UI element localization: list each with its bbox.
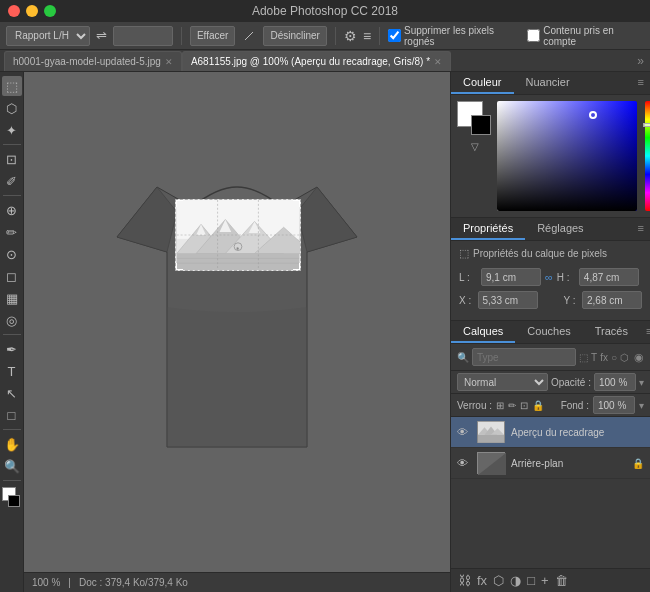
clone-tool[interactable]: ⊙ xyxy=(2,244,22,264)
tool-divider4 xyxy=(3,429,21,430)
y-input[interactable] xyxy=(582,291,642,309)
color-gradient[interactable] xyxy=(497,101,637,211)
layer-item-bg[interactable]: 👁 Arrière-plan 🔒 xyxy=(451,448,650,479)
hue-bar[interactable] xyxy=(645,101,650,211)
layer-eye-bg[interactable]: 👁 xyxy=(457,457,471,469)
rapport-select[interactable]: Rapport L/H xyxy=(6,26,90,46)
magic-wand-tool[interactable]: ✦ xyxy=(2,120,22,140)
l-label: L : xyxy=(459,272,477,283)
layer-fx-button[interactable]: fx xyxy=(476,572,488,589)
desincline-button[interactable]: Désincliner xyxy=(263,26,326,46)
x-label: X : xyxy=(459,295,474,306)
fond-input[interactable] xyxy=(593,396,635,414)
blend-mode-select[interactable]: Normal xyxy=(457,373,548,391)
tab-file2-close[interactable]: ✕ xyxy=(434,57,442,67)
tool-divider5 xyxy=(3,480,21,481)
layers-panel-menu[interactable]: ≡ xyxy=(640,321,650,343)
doc-info: Doc : 379,4 Ko/379,4 Ko xyxy=(79,577,188,588)
tab-reglages[interactable]: Réglages xyxy=(525,218,595,240)
x-input[interactable] xyxy=(478,291,538,309)
filter-icon2[interactable]: T xyxy=(591,352,597,363)
layer-eye-recadrage[interactable]: 👁 xyxy=(457,426,471,438)
minimize-button[interactable] xyxy=(26,5,38,17)
color-panel-menu[interactable]: ≡ xyxy=(632,72,650,94)
eraser-tool[interactable]: ◻ xyxy=(2,266,22,286)
zoom-tool[interactable]: 🔍 xyxy=(2,456,22,476)
contenu-checkbox[interactable] xyxy=(527,29,540,42)
fond-arrow[interactable]: ▾ xyxy=(639,400,644,411)
bg-color-display[interactable] xyxy=(471,115,491,135)
eyedropper-tool[interactable]: ✐ xyxy=(2,171,22,191)
filter-icon4[interactable]: ○ xyxy=(611,352,617,363)
layers-lock-row: Verrou : ⊞ ✏ ⊡ 🔒 Fond : ▾ xyxy=(451,394,650,417)
h-input[interactable] xyxy=(579,268,639,286)
layer-group-button[interactable]: □ xyxy=(526,572,536,589)
contenu-group: Contenu pris en compte xyxy=(527,25,644,47)
layer-mask-button[interactable]: ⬡ xyxy=(492,572,505,589)
properties-panel-menu[interactable]: ≡ xyxy=(632,218,650,240)
triangle-icon: ▽ xyxy=(471,141,479,152)
tab-couleur[interactable]: Couleur xyxy=(451,72,514,94)
tab-file1-close[interactable]: ✕ xyxy=(165,57,173,67)
pen-tool[interactable]: ✒ xyxy=(2,339,22,359)
tab-proprietes[interactable]: Propriétés xyxy=(451,218,525,240)
opacity-arrow[interactable]: ▾ xyxy=(639,377,644,388)
layer-adjustment-button[interactable]: ◑ xyxy=(509,572,522,589)
layer-delete-button[interactable]: 🗑 xyxy=(554,572,569,589)
lock-brush-icon[interactable]: ✏ xyxy=(508,400,516,411)
bg-color-swatch[interactable] xyxy=(8,495,20,507)
straighten-icon: ⟋ xyxy=(241,27,257,45)
hand-tool[interactable]: ✋ xyxy=(2,434,22,454)
effacer-button[interactable]: Effacer xyxy=(190,26,236,46)
layers-search-area: 🔍 ⬚ T fx ○ ⬡ ◉ xyxy=(451,344,650,371)
suppress-pixels-checkbox[interactable] xyxy=(388,29,401,42)
left-toolbar: ⬚ ⬡ ✦ ⊡ ✐ ⊕ ✏ ⊙ ◻ ▦ ◎ ✒ T ↖ □ ✋ 🔍 xyxy=(0,72,24,592)
swap-icon[interactable]: ⇌ xyxy=(96,28,107,43)
tab-nuancier[interactable]: Nuancier xyxy=(514,72,582,94)
path-selection-tool[interactable]: ↖ xyxy=(2,383,22,403)
filter-icon5[interactable]: ⬡ xyxy=(620,352,629,363)
suppress-pixels-label: Supprimer les pixels rognés xyxy=(404,25,521,47)
link-icon[interactable]: ∞ xyxy=(545,271,553,283)
zoom-level: 100 % xyxy=(32,577,60,588)
tab-couches[interactable]: Couches xyxy=(515,321,582,343)
gradient-tool[interactable]: ▦ xyxy=(2,288,22,308)
color-panel-tabs: Couleur Nuancier ≡ xyxy=(451,72,650,95)
tab-overflow-arrow[interactable]: » xyxy=(631,51,650,71)
type-tool[interactable]: T xyxy=(2,361,22,381)
lock-all-icon[interactable]: 🔒 xyxy=(532,400,544,411)
filter-toggle[interactable]: ◉ xyxy=(634,351,644,364)
settings2-icon[interactable]: ≡ xyxy=(363,28,371,44)
layer-link-button[interactable]: ⛓ xyxy=(457,572,472,589)
tab-calques[interactable]: Calques xyxy=(451,321,515,343)
layers-search-input[interactable] xyxy=(472,348,576,366)
crop-tool[interactable]: ⊡ xyxy=(2,149,22,169)
lasso-tool[interactable]: ⬡ xyxy=(2,98,22,118)
tab-traces[interactable]: Tracés xyxy=(583,321,640,343)
brush-tool[interactable]: ✏ xyxy=(2,222,22,242)
selection-tool[interactable]: ⬚ xyxy=(2,76,22,96)
filter-icon3[interactable]: fx xyxy=(600,352,608,363)
crop-handle-tr xyxy=(293,199,301,207)
healing-tool[interactable]: ⊕ xyxy=(2,200,22,220)
shape-tool[interactable]: □ xyxy=(2,405,22,425)
ratio-input[interactable] xyxy=(113,26,173,46)
tab-file1[interactable]: h0001-gyaa-model-updated-5.jpg ✕ xyxy=(4,51,182,71)
filter-icon1[interactable]: ⬚ xyxy=(579,352,588,363)
design-overlay: ✱ xyxy=(175,199,301,271)
dodge-tool[interactable]: ◎ xyxy=(2,310,22,330)
gradient-cursor xyxy=(589,111,597,119)
lock-pos-icon[interactable]: ⊞ xyxy=(496,400,504,411)
gear-icon[interactable]: ⚙ xyxy=(344,28,357,44)
opacity-input[interactable] xyxy=(594,373,636,391)
layer-new-button[interactable]: + xyxy=(540,572,550,589)
l-input[interactable] xyxy=(481,268,541,286)
crop-handle-tl xyxy=(175,199,183,207)
hue-cursor xyxy=(643,123,650,127)
layer-item-recadrage[interactable]: 👁 Aperçu du recadrage xyxy=(451,417,650,448)
close-button[interactable] xyxy=(8,5,20,17)
maximize-button[interactable] xyxy=(44,5,56,17)
lock-pixel-icon[interactable]: ⊡ xyxy=(520,400,528,411)
tab-file2[interactable]: A681155.jpg @ 100% (Aperçu du recadrage,… xyxy=(182,51,451,71)
color-swatch-wrapper xyxy=(457,101,493,137)
